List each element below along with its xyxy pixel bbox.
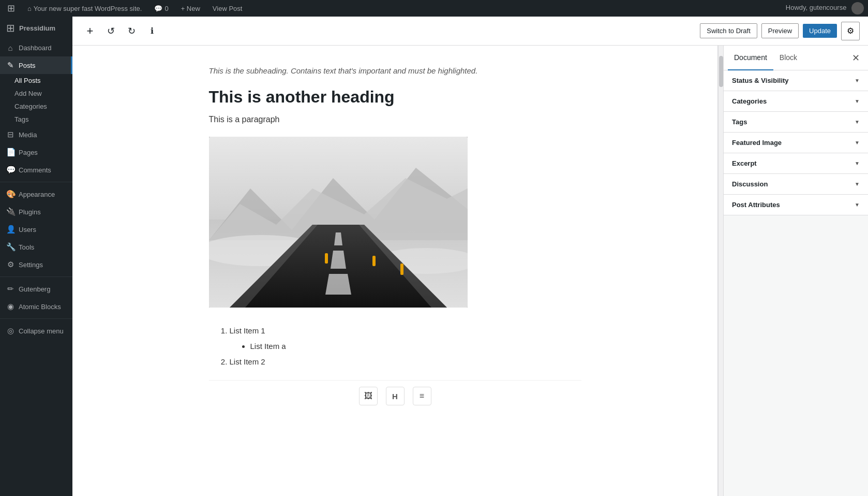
block-image-icon: 🖼 bbox=[364, 391, 372, 401]
undo-icon: ↺ bbox=[107, 25, 115, 37]
new-label: + New bbox=[181, 5, 200, 12]
appearance-icon: 🎨 bbox=[6, 189, 14, 199]
info-icon: ℹ bbox=[151, 26, 154, 36]
svg-rect-13 bbox=[400, 264, 403, 275]
panel-section-featured-image: Featured Image ▼ bbox=[724, 133, 868, 153]
undo-button[interactable]: ↺ bbox=[101, 22, 120, 40]
list-sub-item-a[interactable]: List Item a bbox=[250, 339, 581, 354]
block-list-button[interactable]: ≡ bbox=[413, 387, 431, 405]
sidebar-item-plugins[interactable]: 🔌 Plugins bbox=[0, 203, 72, 221]
section-featured-image-header[interactable]: Featured Image ▼ bbox=[724, 133, 868, 153]
section-excerpt-header[interactable]: Excerpt ▼ bbox=[724, 153, 868, 173]
sidebar-item-label: Tools bbox=[19, 243, 34, 251]
post-paragraph[interactable]: This is a paragraph bbox=[209, 115, 581, 124]
site-home-icon: ⌂ bbox=[27, 5, 32, 12]
redo-icon: ↻ bbox=[128, 25, 136, 37]
wp-logo-btn[interactable]: ⊞ bbox=[4, 0, 18, 17]
users-icon: 👤 bbox=[6, 225, 14, 234]
view-post-btn[interactable]: View Post bbox=[209, 0, 246, 17]
comments-icon: 💬 bbox=[154, 5, 162, 12]
sidebar-item-tools[interactable]: 🔧 Tools bbox=[0, 238, 72, 256]
chevron-down-icon: ▼ bbox=[855, 181, 860, 187]
switch-to-draft-button[interactable]: Switch to Draft bbox=[700, 23, 757, 38]
panel-section-tags: Tags ▼ bbox=[724, 112, 868, 133]
sidebar-item-atomic-blocks[interactable]: ◉ Atomic Blocks bbox=[0, 298, 72, 315]
post-subheading[interactable]: This is the subheading. Contains text th… bbox=[209, 66, 581, 75]
wp-logo-icon: ⊞ bbox=[7, 3, 15, 14]
block-heading-button[interactable]: H bbox=[386, 387, 405, 405]
sidebar-sub-item-all-posts[interactable]: All Posts bbox=[0, 74, 72, 87]
sidebar-item-posts[interactable]: ✎ Posts bbox=[0, 56, 72, 74]
section-excerpt-label: Excerpt bbox=[732, 159, 757, 167]
section-post-attributes-label: Post Attributes bbox=[732, 201, 780, 209]
sidebar-item-label: Settings bbox=[19, 261, 43, 269]
list-item-2[interactable]: List Item 2 bbox=[230, 354, 581, 370]
section-discussion-label: Discussion bbox=[732, 180, 768, 188]
comments-btn[interactable]: 💬 0 bbox=[151, 0, 171, 17]
sidebar-menu: ⌂ Dashboard ✎ Posts All Posts Add New Ca… bbox=[0, 39, 72, 496]
sidebar-brand[interactable]: ⊞ Pressidium bbox=[0, 17, 72, 39]
section-post-attributes-header[interactable]: Post Attributes ▼ bbox=[724, 195, 868, 215]
sidebar-item-label: Appearance bbox=[19, 191, 55, 198]
brand-name: Pressidium bbox=[19, 24, 55, 32]
sidebar-item-pages[interactable]: 📄 Pages bbox=[0, 143, 72, 161]
svg-marker-9 bbox=[325, 274, 351, 295]
section-tags-header[interactable]: Tags ▼ bbox=[724, 112, 868, 132]
chevron-down-icon: ▼ bbox=[855, 140, 860, 145]
site-name-label: Your new super fast WordPress site. bbox=[34, 5, 142, 12]
section-status-visibility-label: Status & Visibility bbox=[732, 77, 789, 84]
sidebar-sub-item-add-new[interactable]: Add New bbox=[0, 87, 72, 100]
sidebar-collapse-btn[interactable]: ◎ Collapse menu bbox=[0, 322, 72, 340]
panel-section-discussion: Discussion ▼ bbox=[724, 174, 868, 195]
post-list: List Item 1 List Item a List Item 2 bbox=[219, 323, 581, 370]
panel-close-button[interactable]: ✕ bbox=[847, 50, 864, 66]
section-categories-header[interactable]: Categories ▼ bbox=[724, 91, 868, 111]
section-discussion-header[interactable]: Discussion ▼ bbox=[724, 174, 868, 194]
editor-scrollbar[interactable] bbox=[718, 46, 723, 496]
preview-button[interactable]: Preview bbox=[761, 23, 799, 38]
section-tags-label: Tags bbox=[732, 118, 747, 126]
sidebar-item-label: Gutenberg bbox=[19, 285, 50, 293]
tab-document-label: Document bbox=[734, 53, 767, 62]
sidebar-item-settings[interactable]: ⚙ Settings bbox=[0, 256, 72, 273]
block-list-icon: ≡ bbox=[420, 391, 424, 401]
svg-rect-14 bbox=[325, 253, 328, 264]
sidebar-sub-item-tags[interactable]: Tags bbox=[0, 113, 72, 126]
sidebar-item-appearance[interactable]: 🎨 Appearance bbox=[0, 185, 72, 203]
editor-toolbar: + ↺ ↻ ℹ Switch to Draft Preview Update ⚙ bbox=[72, 17, 868, 46]
close-icon: ✕ bbox=[852, 52, 860, 64]
panel-tabs: Document Block ✕ bbox=[724, 46, 868, 70]
pages-icon: 📄 bbox=[6, 148, 14, 157]
block-toolbar: 🖼 H ≡ bbox=[209, 380, 581, 412]
redo-button[interactable]: ↻ bbox=[122, 22, 141, 40]
list-item-1: List Item 1 List Item a bbox=[230, 323, 581, 354]
section-featured-image-label: Featured Image bbox=[732, 139, 782, 147]
sidebar-item-users[interactable]: 👤 Users bbox=[0, 221, 72, 238]
list-item-1-text[interactable]: List Item 1 bbox=[230, 326, 265, 335]
site-name-btn[interactable]: ⌂ Your new super fast WordPress site. bbox=[24, 0, 145, 17]
sidebar-item-dashboard[interactable]: ⌂ Dashboard bbox=[0, 39, 72, 56]
update-button[interactable]: Update bbox=[803, 24, 837, 38]
sidebar-item-comments[interactable]: 💬 Comments bbox=[0, 161, 72, 179]
atomic-blocks-icon: ◉ bbox=[6, 302, 14, 311]
add-block-button[interactable]: + bbox=[81, 22, 99, 40]
post-heading[interactable]: This is another heading bbox=[209, 87, 581, 107]
settings-gear-icon: ⚙ bbox=[847, 26, 854, 36]
comments-count: 0 bbox=[164, 5, 168, 12]
block-image-button[interactable]: 🖼 bbox=[359, 387, 378, 405]
new-btn[interactable]: + New bbox=[178, 0, 203, 17]
settings-button[interactable]: ⚙ bbox=[841, 22, 860, 40]
tab-block[interactable]: Block bbox=[773, 46, 803, 70]
plugins-icon: 🔌 bbox=[6, 207, 14, 216]
tab-document[interactable]: Document bbox=[728, 46, 773, 70]
chevron-down-icon: ▼ bbox=[855, 161, 860, 166]
info-button[interactable]: ℹ bbox=[143, 22, 161, 40]
post-image[interactable] bbox=[209, 137, 468, 308]
chevron-down-icon: ▼ bbox=[855, 98, 860, 104]
view-post-label: View Post bbox=[213, 5, 243, 12]
section-status-visibility-header[interactable]: Status & Visibility ▼ bbox=[724, 70, 868, 91]
sidebar-item-gutenberg[interactable]: ✏ Gutenberg bbox=[0, 280, 72, 298]
collapse-icon: ◎ bbox=[6, 326, 14, 335]
sidebar-item-media[interactable]: ⊟ Media bbox=[0, 126, 72, 143]
sidebar-sub-item-categories[interactable]: Categories bbox=[0, 100, 72, 113]
